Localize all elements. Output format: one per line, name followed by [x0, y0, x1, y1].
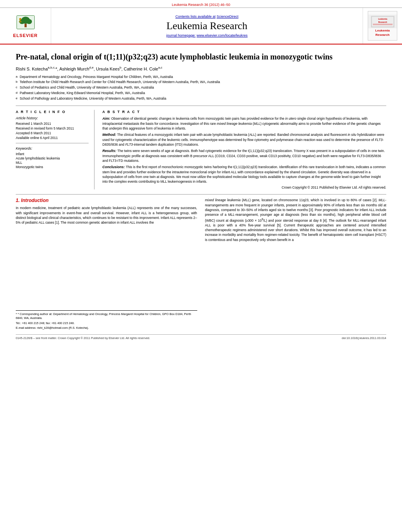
- sciencedirect-link: Contents lists available at ScienceDirec…: [175, 15, 238, 19]
- history-label: Article history:: [16, 116, 89, 120]
- body-content: 1. Introduction In modern medicine, trea…: [16, 198, 386, 331]
- sciencedirect-label[interactable]: ScienceDirect: [217, 15, 239, 19]
- keyword-3: Monozygotic twins: [16, 165, 89, 169]
- body-left-column: 1. Introduction In modern medicine, trea…: [16, 198, 197, 331]
- footnote-tel: Tel.: +61 400 215 248; fax: +61 400 215 …: [16, 321, 197, 326]
- page: Leukemia Research 36 (2012) 46–50: [0, 0, 402, 532]
- abstract-aim-text: Observation of identical genetic changes…: [102, 117, 381, 130]
- elsevier-logo-area: ELSEVIER: [0, 8, 51, 44]
- elsevier-label: ELSEVIER: [13, 33, 37, 38]
- abstract-results: Results: The twins were seven weeks of a…: [102, 148, 386, 163]
- abstract-results-text: The twins were seven weeks of age at dia…: [102, 149, 385, 163]
- footnote-email: E-mail address: rishi_k28@hotmail.com (R…: [16, 326, 197, 330]
- logo-title: Leukemia Research: [375, 28, 390, 37]
- footer-bar: 0145-2126/$ – see front matter. Crown Co…: [16, 334, 386, 340]
- logo-graphic-icon: Leukemia Research: [371, 16, 395, 28]
- abstract-method-text: The clinical features of a monozygotic i…: [102, 133, 384, 146]
- homepage-url[interactable]: www.elsevier.com/locate/leukres: [196, 33, 248, 37]
- article-info-heading: A R T I C L E I N F O: [16, 110, 89, 114]
- intro-heading: 1. Introduction: [16, 198, 197, 203]
- keyword-1: Acute lymphoblastic leukemia: [16, 156, 89, 160]
- footer-left: 0145-2126/$ – see front matter. Crown Co…: [16, 336, 150, 340]
- keyword-2: MLL: [16, 161, 89, 165]
- svg-point-3: [26, 19, 31, 24]
- journal-header: ELSEVIER Contents lists available at Sci…: [0, 8, 402, 44]
- footnote-asterisk: * * Corresponding author at: Department …: [16, 312, 197, 321]
- top-bar: Leukemia Research 36 (2012) 46–50: [0, 0, 402, 8]
- journal-logo-area: Leukemia Research Leukemia Research: [363, 8, 402, 44]
- journal-homepage: journal homepage: www.elsevier.com/locat…: [166, 33, 248, 37]
- date-online: Available online 6 April 2011: [16, 136, 89, 140]
- article-info-column: A R T I C L E I N F O Article history: R…: [16, 110, 94, 189]
- affil-c: cSchool of Pediatrics and Child Health, …: [16, 85, 386, 90]
- copyright-line: Crown Copyright © 2011 Published by Else…: [102, 185, 386, 189]
- svg-text:Research: Research: [378, 21, 387, 23]
- abstract-column: A B S T R A C T Aim: Observation of iden…: [102, 110, 386, 189]
- svg-rect-4: [24, 24, 26, 27]
- elsevier-tree-icon: [14, 14, 37, 32]
- article-info-abstract: A R T I C L E I N F O Article history: R…: [16, 106, 386, 189]
- intro-para-1: In modern medicine, treatment of pediatr…: [16, 206, 197, 225]
- svg-text:Leukemia: Leukemia: [378, 18, 387, 20]
- keyword-0: Infant: [16, 152, 89, 156]
- date-received: Received 1 March 2011: [16, 122, 89, 126]
- keywords-label: Keywords:: [16, 146, 89, 150]
- body-right-column: mixed lineage leukemia (MLL) gene, locat…: [205, 198, 387, 331]
- footnote-area: * * Corresponding author at: Department …: [16, 310, 197, 330]
- date-revised: Received in revised form 5 March 2011: [16, 126, 89, 130]
- date-accepted: Accepted 8 March 2011: [16, 131, 89, 135]
- affiliations: aDepartment of Hematology and Oncology, …: [16, 74, 386, 101]
- section-divider: [16, 194, 386, 195]
- abstract-method: Method: The clinical features of a monoz…: [102, 132, 386, 147]
- info-divider: [16, 143, 89, 143]
- footer-doi: doi:10.1016/j.leukres.2011.03.014: [342, 336, 386, 340]
- elsevier-logo: ELSEVIER: [13, 14, 37, 38]
- journal-title: Leukemia Research: [167, 20, 248, 32]
- main-content: Pre-natal, clonal origin of t(1;11)(p32;…: [0, 44, 402, 344]
- affil-e: eSchool of Pathology and Laboratory Medi…: [16, 96, 386, 101]
- abstract-conclusions: Conclusions: This is the first report of…: [102, 165, 386, 184]
- journal-title-area: Contents lists available at ScienceDirec…: [51, 8, 363, 44]
- affil-a: aDepartment of Hematology and Oncology, …: [16, 74, 386, 80]
- footnote-spacer: [16, 228, 197, 306]
- abstract-aim: Aim: Observation of identical genetic ch…: [102, 116, 386, 131]
- intro-para-2: mixed lineage leukemia (MLL) gene, locat…: [205, 198, 387, 242]
- svg-point-5: [19, 18, 21, 20]
- affil-d: dPathwest Laboratory Medicine, King Edwa…: [16, 91, 386, 96]
- journal-logo-box: Leukemia Research Leukemia Research: [368, 11, 397, 41]
- journal-citation: Leukemia Research 36 (2012) 46–50: [172, 3, 230, 7]
- affil-b: bTelethon Institute for Child Health Res…: [16, 80, 386, 85]
- authors-line: Rishi S. Kotechaa,b,c,*, Ashleigh Murchd…: [16, 66, 386, 71]
- abstract-heading: A B S T R A C T: [102, 110, 386, 114]
- abstract-conclusions-text: This is the first report of monochorioni…: [102, 165, 386, 184]
- article-title: Pre-natal, clonal origin of t(1;11)(p32;…: [16, 52, 386, 62]
